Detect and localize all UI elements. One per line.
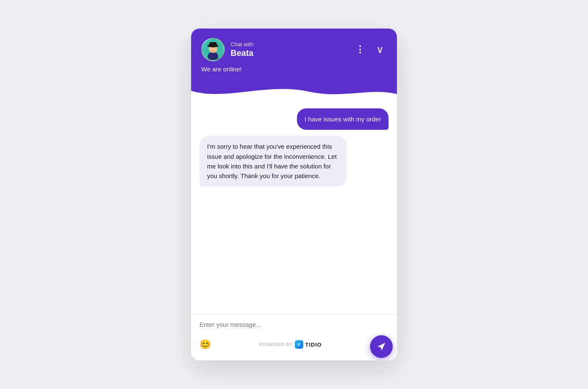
- emoji-button[interactable]: 😊: [200, 339, 211, 350]
- agent-message-text: I'm sorry to hear that you've experience…: [207, 143, 337, 179]
- chat-widget: Chat with Beata ⋮ ∨ We are online!: [191, 29, 397, 360]
- wave-divider: [191, 78, 397, 99]
- brand-name: TIDIO: [305, 342, 322, 348]
- more-icon: ⋮: [355, 44, 365, 55]
- online-status-text: We are online!: [201, 66, 242, 73]
- chat-footer: 😊 POWERED BY: [191, 314, 397, 360]
- svg-rect-4: [209, 42, 217, 47]
- agent-message-bubble: I'm sorry to hear that you've experience…: [200, 136, 347, 187]
- chat-header: Chat with Beata ⋮ ∨ We are online!: [191, 29, 397, 98]
- tidio-logo: TIDIO: [295, 340, 322, 349]
- footer-bottom: 😊 POWERED BY: [191, 332, 397, 360]
- user-message-bubble: I have issues with my order: [297, 108, 388, 130]
- powered-by-label: POWERED BY: [259, 342, 293, 347]
- message-input[interactable]: [200, 321, 388, 328]
- agent-name: Beata: [231, 48, 253, 58]
- chat-header-info: Chat with Beata: [231, 41, 253, 58]
- emoji-icon: 😊: [200, 339, 211, 350]
- chat-with-label: Chat with: [231, 41, 253, 48]
- message-row: I'm sorry to hear that you've experience…: [200, 136, 388, 187]
- chat-messages: I have issues with my order I'm sorry to…: [191, 98, 397, 314]
- minimize-button[interactable]: ∨: [373, 43, 387, 56]
- more-options-button[interactable]: ⋮: [353, 43, 367, 56]
- user-message-text: I have issues with my order: [304, 116, 381, 123]
- send-icon: [377, 342, 386, 351]
- powered-by: POWERED BY: [259, 340, 322, 349]
- chevron-down-icon: ∨: [376, 45, 384, 55]
- chat-header-actions: ⋮ ∨: [353, 43, 387, 56]
- tidio-icon: [295, 340, 303, 349]
- send-button[interactable]: [370, 335, 393, 358]
- message-row: I have issues with my order: [200, 108, 388, 130]
- agent-avatar: [201, 38, 225, 61]
- message-input-area: [191, 314, 397, 332]
